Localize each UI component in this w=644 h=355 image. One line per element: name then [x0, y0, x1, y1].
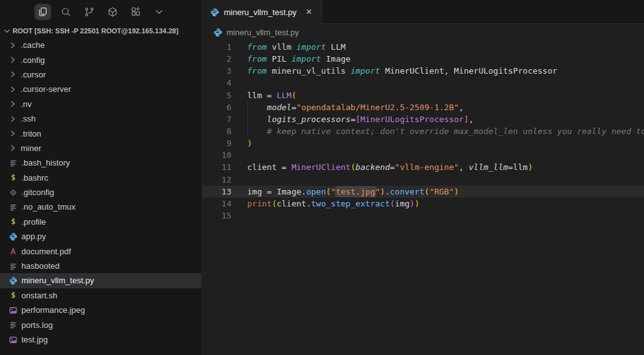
code-line-9[interactable]: 9) [203, 137, 644, 149]
code-line-8[interactable]: 8 # keep native context; don't override … [203, 125, 644, 137]
explorer-item-bash-history[interactable]: .bash_history [0, 155, 201, 170]
tab-mineru-vllm-test-py[interactable]: mineru_vllm_test.py × [203, 0, 322, 24]
code-line-text: model="opendatalab/MinerU2.5-2509-1.2B", [231, 101, 464, 113]
code-line-text: print(client.two_step_extract(img)) [231, 198, 419, 210]
explorer-item-cache[interactable]: .cache [0, 38, 201, 52]
source-control-icon[interactable] [81, 4, 97, 20]
explorer-root-label: ROOT [SSH: SSH -P 22501 ROOT@192.165.134… [13, 27, 179, 35]
explorer-item-label: .ssh [21, 114, 36, 123]
chevron-right-icon [8, 99, 18, 108]
code-line-11[interactable]: 11client = MinerUClient(backend="vllm-en… [203, 161, 644, 173]
explorer-item-nv[interactable]: .nv [0, 97, 201, 111]
explorer-item-cursor[interactable]: .cursor [0, 67, 201, 82]
shell-icon: $ [8, 173, 18, 182]
code-line-14[interactable]: 14print(client.two_step_extract(img)) [203, 198, 644, 210]
chevron-right-icon [8, 144, 18, 152]
line-number: 11 [203, 161, 231, 173]
explorer-item-document-pdf[interactable]: document.pdf [0, 244, 201, 258]
image-icon [8, 306, 18, 315]
line-number: 1 [203, 41, 231, 53]
chevron-down-icon[interactable] [151, 4, 167, 20]
explorer-item-label: mineru_vllm_test.py [21, 276, 94, 285]
explorer-item-label: .bashrc [21, 173, 48, 183]
files-icon[interactable] [35, 4, 51, 20]
text-file-icon [8, 262, 18, 271]
chevron-right-icon [8, 70, 18, 79]
explorer-item-cursor-server[interactable]: .cursor-server [0, 82, 201, 96]
explorer-item-test-jpg[interactable]: test.jpg [0, 332, 201, 347]
line-number: 14 [203, 198, 231, 210]
code-line-7[interactable]: 7 logits_processors=[MinerULogitsProcess… [203, 113, 644, 125]
line-number: 2 [203, 53, 231, 65]
code-line-text: from mineru_vl_utils import MinerUClient… [231, 65, 557, 77]
pdf-icon [8, 247, 18, 256]
explorer-section-header[interactable]: ROOT [SSH: SSH -P 22501 ROOT@192.165.134… [0, 24, 202, 38]
extensions-icon[interactable] [128, 4, 144, 20]
sidebar: ROOT [SSH: SSH -P 22501 ROOT@192.165.134… [0, 0, 203, 355]
code-line-text [231, 174, 247, 186]
explorer-item-label: app.py [21, 232, 46, 241]
line-number: 7 [203, 113, 231, 125]
python-icon [8, 232, 18, 241]
explorer-item-onstart-sh[interactable]: $onstart.sh [0, 288, 201, 303]
explorer-item-config[interactable]: .config [0, 52, 201, 67]
explorer-item-label: .cursor-server [21, 84, 71, 94]
chevron-down-icon [3, 26, 11, 35]
code-line-text: # keep native context; don't override ma… [231, 125, 644, 137]
line-number: 10 [203, 149, 231, 161]
code-line-15[interactable]: 15 [203, 210, 644, 222]
code-line-text: img = Image.open("test.jpg").convert("RG… [231, 186, 459, 198]
code-line-13[interactable]: 13img = Image.open("test.jpg").convert("… [203, 186, 644, 198]
explorer-item-mineru-vllm-test-py[interactable]: mineru_vllm_test.py [0, 273, 201, 288]
explorer-item-label: test.jpg [21, 335, 48, 344]
chevron-right-icon [8, 55, 18, 64]
breadcrumb[interactable]: mineru_vllm_test.py [203, 24, 644, 41]
line-number: 13 [203, 186, 231, 198]
breadcrumb-label: mineru_vllm_test.py [226, 28, 299, 37]
explorer-item-label: .nv [21, 99, 31, 109]
chevron-right-icon [8, 129, 18, 138]
code-line-4[interactable]: 4 [203, 77, 644, 89]
explorer-item-label: .profile [21, 217, 46, 227]
explorer-item-label: onstart.sh [21, 291, 57, 300]
code-line-6[interactable]: 6 model="opendatalab/MinerU2.5-2509-1.2B… [203, 101, 644, 113]
code-line-1[interactable]: 1from vllm import LLM [203, 41, 644, 53]
explorer-item-triton[interactable]: .triton [0, 126, 201, 140]
explorer-item-label: hasbooted [21, 261, 60, 271]
close-icon[interactable]: × [303, 6, 315, 18]
code-line-text [231, 77, 247, 89]
explorer-item-label: .cache [21, 40, 45, 50]
line-number: 8 [203, 125, 231, 137]
code-line-2[interactable]: 2from PIL import Image [203, 53, 644, 65]
explorer-item-no-auto-tmux[interactable]: .no_auto_tmux [0, 200, 201, 214]
line-number: 12 [203, 174, 231, 186]
code-line-10[interactable]: 10 [203, 149, 644, 161]
explorer-item-app-py[interactable]: app.py [0, 229, 201, 244]
explorer-item-ssh[interactable]: .ssh [0, 111, 201, 126]
explorer-item-gitconfig[interactable]: .gitconfig [0, 185, 201, 200]
explorer-item-hasbooted[interactable]: hasbooted [0, 259, 201, 273]
explorer-item-label: ports.log [21, 320, 53, 330]
explorer-item-performance-jpeg[interactable]: performance.jpeg [0, 303, 201, 317]
image-icon [8, 335, 18, 344]
cube-icon[interactable] [104, 4, 121, 20]
chevron-right-icon [8, 85, 18, 94]
text-file-icon [8, 203, 18, 211]
explorer-item-label: .cursor [21, 70, 46, 79]
line-number: 9 [203, 137, 231, 149]
code-line-12[interactable]: 12 [203, 174, 644, 186]
code-line-text [231, 149, 247, 161]
explorer-item-profile[interactable]: $.profile [0, 215, 201, 229]
code-line-5[interactable]: 5llm = LLM( [203, 89, 644, 101]
search-icon[interactable] [58, 4, 74, 20]
code-line-3[interactable]: 3from mineru_vl_utils import MinerUClien… [203, 65, 644, 77]
explorer-item-bashrc[interactable]: $.bashrc [0, 171, 201, 185]
editor: mineru_vllm_test.py × mineru_vllm_test.p… [203, 0, 644, 355]
explorer-item-ports-log[interactable]: ports.log [0, 317, 201, 332]
tab-bar: mineru_vllm_test.py × [203, 0, 644, 24]
code-editor[interactable]: 1from vllm import LLM2from PIL import Im… [203, 41, 644, 355]
git-icon [8, 188, 18, 197]
text-file-icon [8, 320, 18, 329]
explorer-item-miner[interactable]: miner [0, 141, 201, 155]
code-line-text: ) [231, 137, 252, 149]
